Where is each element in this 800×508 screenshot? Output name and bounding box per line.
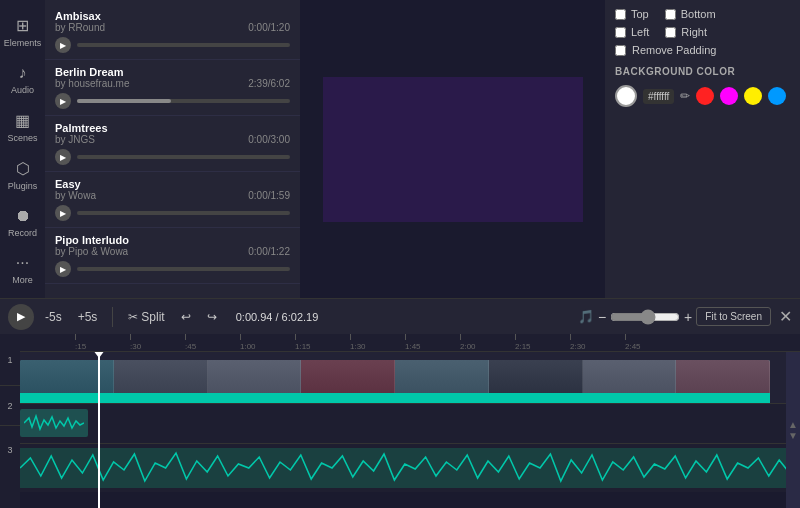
- color-row: #ffffff ✏: [615, 85, 790, 107]
- track-meta: by JNGS 0:00/3:00: [55, 134, 290, 145]
- redo-button[interactable]: ↪: [202, 308, 222, 326]
- tracks-area: // Generate waveform bars ▲ ▼: [20, 352, 800, 508]
- right-checkbox-item: Right: [665, 26, 707, 38]
- left-label: Left: [631, 26, 649, 38]
- track-labels: 1 2 3: [0, 334, 20, 508]
- track-label-2: 2: [0, 386, 20, 426]
- color-swatch-yellow[interactable]: [744, 87, 762, 105]
- track-duration: 0:00/1:20: [248, 22, 290, 33]
- play-button[interactable]: ▶: [55, 205, 71, 221]
- audio-icon: 🎵: [578, 309, 594, 324]
- sidebar-item-audio[interactable]: ♪ Audio: [0, 56, 45, 103]
- timeline-body: 1 2 3 :15 :30 :45 1:00 1:15 1:30 1:45 2:…: [0, 334, 800, 508]
- left-checkbox-item: Left: [615, 26, 649, 38]
- ruler-marks: :15 :30 :45 1:00 1:15 1:30 1:45 2:00 2:1…: [20, 334, 800, 351]
- track-3: // Generate waveform bars: [20, 444, 800, 492]
- background-color-section: BACKGROUND COLOR #ffffff ✏: [615, 66, 790, 107]
- track-title: Easy: [55, 178, 290, 190]
- progress-bar: [77, 155, 290, 159]
- track-1: [20, 352, 800, 404]
- split-button[interactable]: ✂ Split: [123, 308, 169, 326]
- progress-bar: [77, 267, 290, 271]
- track-title: Palmtrees: [55, 122, 290, 134]
- track-title: Berlin Dream: [55, 66, 290, 78]
- background-color-label: BACKGROUND COLOR: [615, 66, 790, 77]
- sidebar-item-label: Audio: [11, 85, 34, 95]
- track-duration: 0:00/3:00: [248, 134, 290, 145]
- skip-back-button[interactable]: -5s: [40, 308, 67, 326]
- audio-clip[interactable]: [20, 409, 88, 437]
- right-checkbox[interactable]: [665, 27, 676, 38]
- sidebar-item-label: Record: [8, 228, 37, 238]
- skip-forward-button[interactable]: +5s: [73, 308, 103, 326]
- track-meta: by Wowa 0:00/1:59: [55, 190, 290, 201]
- track-artist: by Pipo & Wowa: [55, 246, 128, 257]
- divider: [112, 307, 113, 327]
- bottom-checkbox[interactable]: [665, 9, 676, 20]
- list-item[interactable]: Berlin Dream by housefrau.me 2:39/6:02 ▶: [45, 60, 300, 116]
- video-strip[interactable]: [20, 360, 770, 396]
- list-item[interactable]: Ambisax by RRound 0:00/1:20 ▶: [45, 4, 300, 60]
- sidebar-item-label: Plugins: [8, 181, 38, 191]
- play-button[interactable]: ▶: [55, 93, 71, 109]
- sidebar-item-plugins[interactable]: ⬡ Plugins: [0, 151, 45, 199]
- scroll-up-arrow: ▲: [788, 419, 798, 430]
- top-checkbox-item: Top: [615, 8, 649, 20]
- top-bottom-row: Top Bottom: [615, 8, 790, 20]
- timeline-content: :15 :30 :45 1:00 1:15 1:30 1:45 2:00 2:1…: [20, 334, 800, 508]
- top-checkbox[interactable]: [615, 9, 626, 20]
- play-button[interactable]: ▶: [55, 261, 71, 277]
- scroll-down-arrow: ▼: [788, 430, 798, 441]
- scroll-handle[interactable]: ▲ ▼: [786, 352, 800, 508]
- bottom-label: Bottom: [681, 8, 716, 20]
- timeline-toolbar: ▶ -5s +5s ✂ Split ↩ ↪ 0:00.94 / 6:02.19 …: [0, 298, 800, 334]
- list-item[interactable]: Palmtrees by JNGS 0:00/3:00 ▶: [45, 116, 300, 172]
- timeline-ruler: :15 :30 :45 1:00 1:15 1:30 1:45 2:00 2:1…: [20, 334, 800, 352]
- undo-button[interactable]: ↩: [176, 308, 196, 326]
- position-section: Top Bottom Left Right Remove: [615, 8, 790, 56]
- list-item[interactable]: Easy by Wowa 0:00/1:59 ▶: [45, 172, 300, 228]
- track-meta: by Pipo & Wowa 0:00/1:22: [55, 246, 290, 257]
- zoom-out-button[interactable]: −: [598, 309, 606, 325]
- play-button[interactable]: ▶: [55, 37, 71, 53]
- zoom-row: 🎵 − + Fit to Screen ✕: [578, 307, 792, 326]
- top-label: Top: [631, 8, 649, 20]
- right-panel: Top Bottom Left Right Remove: [605, 0, 800, 298]
- audio-icon: ♪: [19, 64, 27, 82]
- music-list: Ambisax by RRound 0:00/1:20 ▶ Berlin Dre…: [45, 0, 300, 298]
- audio-strip-long[interactable]: // Generate waveform bars: [20, 448, 800, 488]
- hex-value[interactable]: #ffffff: [643, 89, 674, 104]
- progress-bar: [77, 211, 290, 215]
- right-label: Right: [681, 26, 707, 38]
- sidebar-item-scenes[interactable]: ▦ Scenes: [0, 103, 45, 151]
- play-button[interactable]: ▶: [55, 149, 71, 165]
- waveform-small-svg: [24, 412, 84, 434]
- pencil-icon[interactable]: ✏: [680, 89, 690, 103]
- time-display: 0:00.94 / 6:02.19: [236, 311, 319, 323]
- track-2: [20, 404, 800, 444]
- elements-icon: ⊞: [16, 16, 29, 35]
- color-swatch-magenta[interactable]: [720, 87, 738, 105]
- list-item[interactable]: Pipo Interludo by Pipo & Wowa 0:00/1:22 …: [45, 228, 300, 284]
- track-duration: 2:39/6:02: [248, 78, 290, 89]
- sidebar-item-more[interactable]: ··· More: [0, 246, 45, 293]
- track-artist: by JNGS: [55, 134, 95, 145]
- sidebar-item-elements[interactable]: ⊞ Elements: [0, 8, 45, 56]
- more-icon: ···: [16, 254, 29, 272]
- track-artist: by RRound: [55, 22, 105, 33]
- color-swatch-red[interactable]: [696, 87, 714, 105]
- close-button[interactable]: ✕: [779, 307, 792, 326]
- track-meta: by housefrau.me 2:39/6:02: [55, 78, 290, 89]
- fit-to-screen-button[interactable]: Fit to Screen: [696, 307, 771, 326]
- left-checkbox[interactable]: [615, 27, 626, 38]
- record-icon: ⏺: [15, 207, 31, 225]
- remove-padding-checkbox[interactable]: [615, 45, 626, 56]
- zoom-slider[interactable]: [610, 309, 680, 325]
- scissors-icon: ✂: [128, 310, 138, 324]
- color-swatch-blue[interactable]: [768, 87, 786, 105]
- track-title: Ambisax: [55, 10, 290, 22]
- color-swatch-white[interactable]: [615, 85, 637, 107]
- sidebar-item-record[interactable]: ⏺ Record: [0, 199, 45, 246]
- zoom-in-button[interactable]: +: [684, 309, 692, 325]
- play-pause-button[interactable]: ▶: [8, 304, 34, 330]
